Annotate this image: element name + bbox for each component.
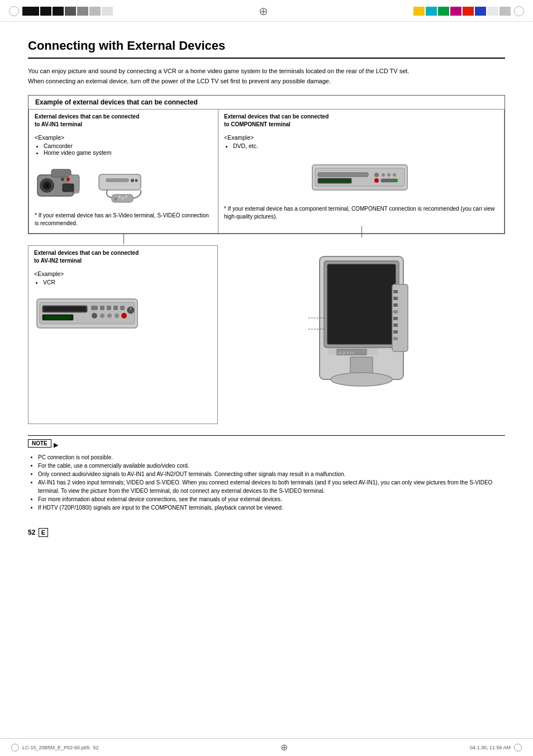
note-section: NOTE ▶ PC connection is not possible. Fo… (28, 435, 505, 512)
svg-rect-54 (327, 264, 396, 344)
color-block-white2 (487, 7, 498, 16)
avin1-device-images (35, 161, 212, 206)
component-item-1: DVD, etc. (233, 142, 498, 149)
svg-point-11 (131, 179, 134, 182)
svg-point-7 (66, 178, 70, 181)
component-line (361, 226, 362, 237)
svg-point-46 (115, 313, 119, 318)
svg-point-23 (374, 173, 379, 177)
component-panel: External devices that can be connected t… (218, 109, 505, 234)
svg-rect-42 (120, 306, 125, 310)
color-block-black2 (40, 7, 51, 16)
game-system-icon (96, 164, 149, 203)
svg-rect-38 (91, 306, 98, 310)
note-item-3: Only connect audio/video signals to AV-I… (38, 470, 505, 478)
page-title: Connecting with External Devices (28, 39, 505, 59)
svg-rect-4 (51, 169, 71, 177)
svg-rect-41 (113, 306, 118, 310)
note-item-4: AV-IN1 has 2 video input terminals; VIDE… (38, 478, 505, 495)
svg-point-44 (100, 313, 104, 318)
svg-rect-60 (393, 317, 398, 320)
color-bar-left (9, 6, 113, 16)
registration-mark-left (9, 6, 19, 16)
avin1-label-line2: to AV-IN1 terminal (35, 121, 82, 127)
intro-line2: When connecting an external device, turn… (28, 77, 505, 87)
bottom-section: External devices that can be connected t… (28, 245, 505, 424)
note-header-row: NOTE ▶ (28, 439, 505, 450)
lcd-tv-icon: AQUOS (297, 251, 426, 419)
color-bar-right (413, 6, 524, 16)
svg-rect-8 (63, 184, 74, 192)
footer-right: 04.1.30, 11:56 AM (470, 744, 522, 752)
camcorder-icon (35, 164, 91, 204)
svg-rect-39 (100, 306, 104, 310)
component-device-images (224, 155, 498, 199)
svg-point-29 (394, 179, 398, 182)
svg-rect-56 (393, 290, 398, 293)
main-content: Connecting with External Devices You can… (0, 22, 533, 548)
svg-point-6 (61, 178, 64, 181)
note-header-label: NOTE (28, 439, 51, 448)
avin2-list: VCR (34, 279, 212, 286)
reg-mark-footer-right (514, 744, 522, 752)
svg-point-17 (125, 196, 127, 198)
avin2-label-line1: External devices that can be connected (34, 250, 139, 256)
svg-point-24 (382, 173, 385, 177)
intro-text: You can enjoy picture and sound by conne… (28, 66, 505, 86)
component-example: <Example> (224, 134, 498, 141)
svg-point-27 (374, 178, 379, 183)
avin1-item-2: Home video game system (44, 149, 212, 156)
svg-point-65 (331, 373, 392, 386)
page-number-area: 52 E (28, 529, 505, 536)
reg-mark-footer-left (11, 744, 19, 752)
avin2-box: External devices that can be connected t… (28, 245, 218, 424)
color-block-blue (475, 7, 486, 16)
component-list: DVD, etc. (224, 142, 498, 149)
svg-rect-59 (393, 310, 398, 313)
dvd-player-icon (310, 159, 413, 196)
bottom-bar: LC-15_20B5M_E_P52-60.p65 52 ⊕ 04.1.30, 1… (0, 738, 533, 756)
svg-rect-63 (393, 337, 398, 340)
footer-date: 04.1.30, 11:56 AM (470, 745, 511, 750)
component-label-line1: External devices that can be connected (224, 113, 329, 120)
color-block-black1 (22, 7, 39, 16)
component-header: External devices that can be connected t… (218, 110, 504, 131)
avin1-line (123, 233, 124, 244)
svg-rect-9 (99, 174, 141, 190)
note-list: PC connection is not possible. For the c… (28, 453, 505, 512)
svg-rect-58 (393, 303, 398, 307)
registration-mark-right (514, 6, 524, 16)
center-crosshair: ⊕ (259, 4, 268, 18)
svg-rect-62 (393, 330, 398, 334)
page-wrapper: ⊕ Connecting with External Devices You c… (0, 0, 533, 756)
svg-point-15 (118, 196, 121, 198)
section-title: Example of external devices that can be … (28, 96, 204, 109)
vcr-icon (34, 294, 143, 332)
svg-rect-57 (393, 297, 398, 300)
svg-rect-20 (318, 173, 368, 177)
footer-crosshair: ⊕ (280, 742, 288, 753)
avin1-panel: External devices that can be connected t… (28, 109, 218, 234)
note-item-2: For the cable, use a commercially availa… (38, 462, 505, 470)
footer-filename: LC-15_20B5M_E_P52-60.p65 (22, 745, 90, 750)
avin2-header: External devices that can be connected t… (28, 246, 217, 267)
color-block-white (102, 7, 113, 16)
tv-image-area: AQUOS (218, 245, 505, 424)
avin1-item-1: Camcorder (44, 142, 212, 149)
svg-text:AQUOS: AQUOS (338, 350, 354, 355)
color-block-gray2 (77, 7, 88, 16)
color-block-gray1 (65, 7, 76, 16)
page-letter: E (39, 528, 48, 537)
avin1-example: <Example> (35, 134, 212, 141)
svg-rect-35 (44, 307, 85, 311)
component-note: * If your external device has a componen… (224, 205, 498, 221)
svg-point-26 (393, 173, 396, 177)
color-block-cyan (426, 7, 437, 16)
avin2-item-1: VCR (43, 279, 212, 286)
svg-point-16 (122, 197, 124, 199)
svg-rect-64 (350, 357, 373, 374)
color-block-red (463, 7, 474, 16)
svg-point-14 (114, 197, 117, 201)
svg-point-43 (92, 313, 97, 318)
avin2-body: <Example> VCR (28, 267, 217, 347)
